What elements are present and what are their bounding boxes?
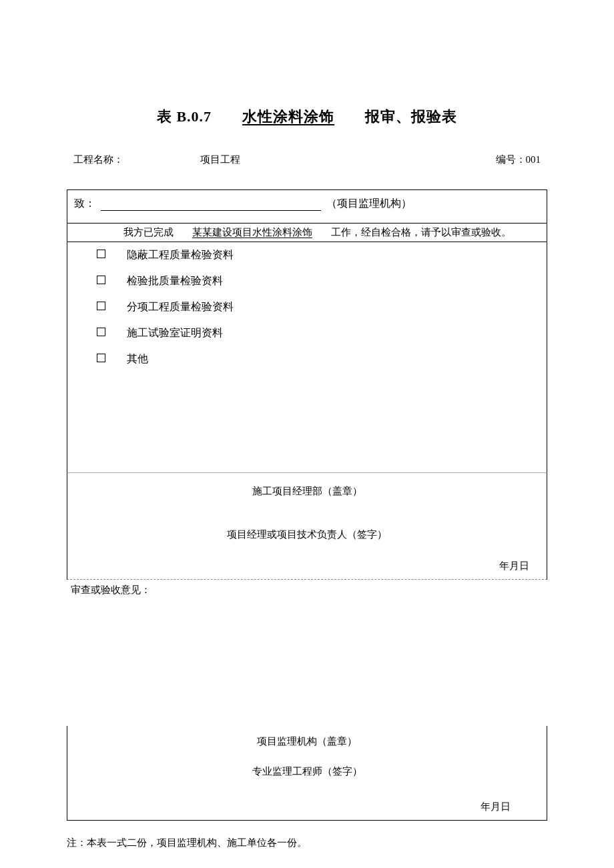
completed-subject: 某某建设项目水性涂料涂饰 [192, 227, 312, 238]
check-label: 检验批质量检验资料 [127, 274, 223, 288]
contractor-seal-line: 施工项目经理部（盖章） [81, 485, 533, 498]
to-blank [101, 199, 321, 211]
checkbox-icon[interactable] [97, 276, 105, 284]
supervisor-seal-line: 项目监理机构（盖章） [81, 735, 533, 748]
review-opinion-label: 审查或验收意见： [67, 580, 547, 596]
meta-docno: 编号：001 [496, 153, 541, 166]
to-label: 致： [74, 197, 95, 209]
completed-prefix: 我方已完成 [123, 227, 174, 238]
check-item: 施工试验室证明资料 [97, 320, 547, 346]
completed-statement: 我方已完成 某某建设项目水性涂料涂饰 工作，经自检合格，请予以审查或验收。 [67, 223, 547, 242]
checkbox-icon[interactable] [97, 354, 105, 362]
to-suffix: （项目监理机构） [326, 197, 412, 209]
checkbox-icon[interactable] [97, 328, 105, 336]
section-applicant: 致： （项目监理机构） 我方已完成 某某建设项目水性涂料涂饰 工作，经自检合格，… [67, 189, 547, 472]
title-suffix: 报审、报验表 [365, 108, 457, 125]
completed-suffix: 工作，经自检合格，请予以审查或验收。 [331, 227, 511, 238]
project-name-value: 项目工程 [200, 153, 240, 166]
meta-project: 工程名称： 项目工程 [73, 153, 240, 166]
checkbox-icon[interactable] [97, 250, 105, 258]
check-label: 分项工程质量检验资料 [127, 300, 234, 314]
project-name-label: 工程名称： [73, 153, 127, 166]
check-item: 隐蔽工程质量检验资料 [97, 242, 547, 268]
checkbox-icon[interactable] [97, 302, 105, 310]
supervisor-signature-line: 专业监理工程师（签字） [81, 765, 533, 778]
spacer [67, 372, 547, 472]
check-item: 检验批质量检验资料 [97, 268, 547, 294]
meta-row: 工程名称： 项目工程 编号：001 [67, 153, 547, 166]
pm-signature-line: 项目经理或项目技术负责人（签字） [81, 528, 533, 541]
check-label: 施工试验室证明资料 [127, 326, 223, 340]
footnote: 注：本表一式二份，项目监理机构、施工单位各一份。 [67, 837, 547, 849]
check-item: 其他 [97, 346, 547, 372]
title-prefix: 表 B.0.7 [157, 108, 212, 125]
title-subject: 水性涂料涂饰 [242, 108, 334, 125]
section-contractor-sign: 施工项目经理部（盖章） 项目经理或项目技术负责人（签字） 年月日 [67, 472, 547, 580]
check-label: 其他 [127, 352, 148, 366]
supervisor-date: 年月日 [81, 801, 533, 813]
section-supervisor-sign: 项目监理机构（盖章） 专业监理工程师（签字） 年月日 [67, 726, 547, 821]
document-page: 表 B.0.7水性涂料涂饰报审、报验表 工程名称： 项目工程 编号：001 致：… [0, 0, 614, 868]
document-title: 表 B.0.7水性涂料涂饰报审、报验表 [67, 107, 547, 127]
attachment-checklist: 隐蔽工程质量检验资料 检验批质量检验资料 分项工程质量检验资料 施工试验室证明资… [67, 242, 547, 372]
check-item: 分项工程质量检验资料 [97, 294, 547, 320]
to-line: 致： （项目监理机构） [74, 197, 520, 211]
check-label: 隐蔽工程质量检验资料 [127, 248, 234, 262]
doc-no-label: 编号： [496, 154, 526, 165]
contractor-date: 年月日 [81, 560, 533, 572]
doc-no-value: 001 [526, 154, 541, 165]
